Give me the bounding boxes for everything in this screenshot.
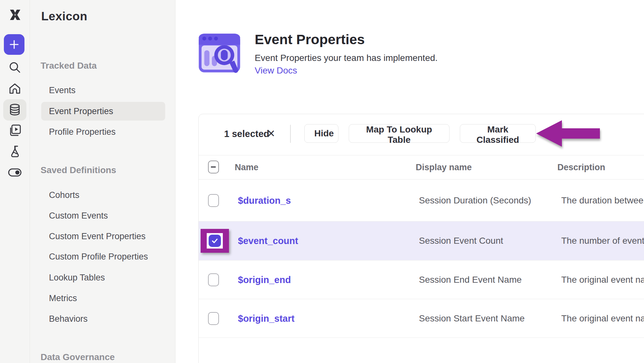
sidebar-item-metrics[interactable]: Metrics — [49, 293, 77, 303]
display-name-cell: Session End Event Name — [419, 275, 522, 285]
section-data-governance: Data Governance — [41, 352, 115, 362]
description-cell: The duration between — [561, 195, 644, 206]
home-icon[interactable] — [7, 81, 22, 96]
table-header-row: Name Display name Description — [199, 155, 644, 180]
property-name-link[interactable]: $duration_s — [238, 195, 291, 206]
sidebar-item-label: Event Properties — [49, 106, 113, 116]
selected-count-label: 1 selected — [224, 129, 269, 139]
row-checkbox[interactable] — [208, 194, 219, 207]
feature-flags-toggle-icon[interactable] — [7, 165, 22, 180]
sidebar-item-behaviors[interactable]: Behaviors — [49, 314, 88, 324]
description-cell: The original event nam — [561, 313, 644, 324]
icon-rail — [0, 0, 30, 363]
sidebar-item-custom-event-properties[interactable]: Custom Event Properties — [49, 231, 146, 241]
description-cell: The number of events — [561, 236, 644, 246]
column-header-description: Description — [557, 162, 605, 172]
column-header-name: Name — [235, 162, 259, 172]
mark-classified-button[interactable]: Mark Classified — [460, 124, 536, 143]
table-row-selected[interactable]: $event_count Session Event Count The num… — [199, 221, 644, 260]
boards-icon[interactable] — [7, 123, 22, 138]
table-row[interactable]: $origin_end Session End Event Name The o… — [199, 260, 644, 299]
sidebar-title: Lexicon — [41, 10, 87, 23]
sidebar-item-event-properties-selected[interactable]: Event Properties — [41, 102, 165, 121]
toolbar-divider — [290, 125, 291, 143]
page-subtitle: Event Properties your team has implement… — [255, 53, 438, 63]
display-name-cell: Session Event Count — [419, 236, 503, 246]
description-cell: The original event nam — [561, 275, 644, 285]
display-name-cell: Session Start Event Name — [419, 313, 525, 324]
experiments-flask-icon[interactable] — [7, 144, 22, 159]
check-icon — [211, 237, 219, 245]
property-name-link[interactable]: $origin_start — [238, 313, 295, 324]
sidebar-item-events[interactable]: Events — [49, 85, 76, 95]
lexicon-app: Lexicon Tracked Data Events Event Proper… — [0, 0, 644, 363]
annotation-arrow-icon — [535, 119, 601, 149]
section-tracked-data: Tracked Data — [41, 61, 97, 71]
select-all-checkbox[interactable] — [208, 161, 219, 173]
sidebar-item-profile-properties[interactable]: Profile Properties — [49, 127, 116, 137]
mixpanel-logo-icon[interactable] — [7, 7, 23, 23]
event-properties-page-icon — [197, 31, 242, 75]
sidebar-item-custom-profile-properties[interactable]: Custom Profile Properties — [49, 252, 148, 262]
event-properties-table-card: 1 selected ✕ Hide Map To Lookup Table Ma… — [198, 114, 644, 363]
table-row[interactable]: $duration_s Session Duration (Seconds) T… — [199, 180, 644, 221]
map-to-lookup-table-button[interactable]: Map To Lookup Table — [349, 124, 450, 143]
column-header-display-name: Display name — [416, 162, 472, 172]
row-checkbox-checked[interactable] — [209, 235, 221, 247]
display-name-cell: Session Duration (Seconds) — [419, 195, 531, 206]
lexicon-sidebar: Lexicon Tracked Data Events Event Proper… — [30, 0, 175, 363]
table-row[interactable]: $origin_start Session Start Event Name T… — [199, 299, 644, 338]
row-checkbox[interactable] — [208, 312, 219, 325]
page-title: Event Properties — [255, 32, 365, 47]
property-name-link[interactable]: $event_count — [238, 236, 298, 246]
sidebar-item-custom-events[interactable]: Custom Events — [49, 211, 108, 221]
database-icon — [7, 103, 22, 117]
plus-icon — [9, 39, 20, 50]
create-new-button[interactable] — [4, 34, 24, 55]
clear-selection-icon[interactable]: ✕ — [267, 128, 275, 140]
sidebar-item-cohorts[interactable]: Cohorts — [49, 190, 80, 200]
section-saved-definitions: Saved Definitions — [41, 165, 116, 175]
selection-toolbar: 1 selected ✕ Hide Map To Lookup Table Ma… — [199, 114, 644, 155]
row-checkbox[interactable] — [208, 273, 219, 286]
search-icon[interactable] — [7, 60, 22, 75]
hide-button[interactable]: Hide — [304, 124, 338, 143]
property-name-link[interactable]: $origin_end — [238, 274, 291, 285]
annotation-highlight-box — [201, 229, 229, 253]
sidebar-item-lookup-tables[interactable]: Lookup Tables — [49, 273, 105, 283]
data-management-nav-active[interactable] — [3, 99, 26, 121]
view-docs-link[interactable]: View Docs — [255, 65, 297, 76]
